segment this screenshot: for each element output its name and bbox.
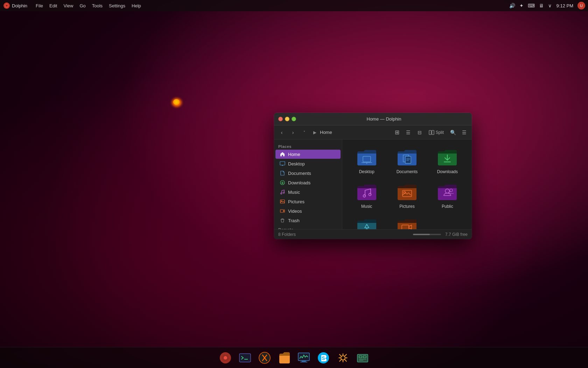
display-icon[interactable]: 🖥 xyxy=(538,2,545,9)
dolphin-window: Home — Dolphin ‹ › ˅ ▶ Home ⊞ ☰ ⊟ Split … xyxy=(274,113,472,239)
music-folder-label: Music xyxy=(361,204,372,209)
sidebar-item-documents[interactable]: Documents xyxy=(275,169,341,178)
documents-icon xyxy=(280,170,285,176)
sidebar-desktop-label: Desktop xyxy=(288,161,305,166)
menu-item-go[interactable]: Go xyxy=(77,2,88,10)
sidebar-trash-label: Trash xyxy=(288,218,300,223)
file-item-music[interactable]: Music xyxy=(348,180,385,212)
desktop-icon xyxy=(280,161,285,166)
sidebar-downloads-label: Downloads xyxy=(288,180,310,185)
bluetooth-icon[interactable]: ✦ xyxy=(519,2,524,9)
file-item-public[interactable]: Public xyxy=(429,180,466,212)
sidebar-videos-label: Videos xyxy=(288,209,302,214)
videos-folder-icon xyxy=(397,217,418,229)
search-button[interactable]: 🔍 xyxy=(448,128,458,137)
sidebar-item-trash[interactable]: Trash xyxy=(275,216,341,225)
list-view-button[interactable]: ☰ xyxy=(404,128,413,137)
split-label: Split xyxy=(436,130,444,135)
menu-item-tools[interactable]: Tools xyxy=(89,2,105,10)
back-button[interactable]: ‹ xyxy=(277,128,287,137)
menu-item-settings[interactable]: Settings xyxy=(106,2,128,10)
music-folder-icon xyxy=(356,183,377,202)
home-icon xyxy=(280,151,285,157)
menu-item-file[interactable]: File xyxy=(33,2,46,10)
taskbar-files[interactable] xyxy=(276,350,292,366)
breadcrumb-arrow: ▶ xyxy=(313,130,316,135)
compact-view-button[interactable]: ⊟ xyxy=(415,128,425,137)
taskbar-app3[interactable] xyxy=(257,350,272,366)
pictures-folder-icon xyxy=(397,183,418,202)
forward-button[interactable]: › xyxy=(288,128,298,137)
file-grid: Desktop Documents xyxy=(342,139,472,229)
svg-text:S: S xyxy=(322,355,325,361)
taskbar-app1[interactable] xyxy=(218,350,233,366)
free-space-bar xyxy=(413,234,441,235)
maximize-button[interactable] xyxy=(292,117,296,121)
folder-count: 8 Folders xyxy=(278,232,341,237)
nav-dropdown[interactable]: ˅ xyxy=(299,128,309,137)
taskbar-terminal[interactable] xyxy=(237,350,253,366)
music-icon xyxy=(280,189,285,195)
toolbar: ‹ › ˅ ▶ Home ⊞ ☰ ⊟ Split 🔍 ☰ xyxy=(274,125,472,139)
free-space-bar-fill xyxy=(413,234,430,235)
taskbar-skype[interactable]: S xyxy=(316,350,331,366)
downloads-folder-label: Downloads xyxy=(437,169,458,174)
window-controls xyxy=(278,117,296,121)
user-avatar[interactable]: U xyxy=(578,2,585,9)
file-item-downloads[interactable]: Downloads xyxy=(429,145,466,177)
window-title: Home — Dolphin xyxy=(300,116,468,122)
file-item-documents[interactable]: Documents xyxy=(388,145,426,177)
file-item-desktop[interactable]: Desktop xyxy=(348,145,385,177)
desktop-folder-icon xyxy=(356,148,377,167)
sidebar-item-pictures[interactable]: Pictures xyxy=(275,197,341,206)
sidebar-music-label: Music xyxy=(288,190,300,195)
menu-item-view[interactable]: View xyxy=(61,2,76,10)
volume-icon[interactable]: 🔊 xyxy=(509,2,516,9)
sidebar-documents-label: Documents xyxy=(288,171,311,176)
taskbar-settings[interactable] xyxy=(335,350,351,366)
svg-rect-25 xyxy=(405,156,411,163)
menu-item-edit[interactable]: Edit xyxy=(47,2,60,10)
documents-folder-label: Documents xyxy=(397,169,418,174)
menu-bar: FileEditViewGoToolsSettingsHelp xyxy=(33,2,144,10)
hamburger-menu[interactable]: ☰ xyxy=(459,128,469,137)
sidebar-item-videos[interactable]: Videos xyxy=(275,206,341,216)
svg-point-1 xyxy=(6,5,8,7)
chevron-icon[interactable]: ∨ xyxy=(547,2,552,9)
public-folder-label: Public xyxy=(442,204,453,209)
videos-icon xyxy=(280,208,285,214)
menu-item-help[interactable]: Help xyxy=(129,2,144,10)
kbd-icon[interactable]: ⌨ xyxy=(527,2,536,9)
svg-rect-44 xyxy=(302,361,306,362)
app-name-label: Dolphin xyxy=(12,3,27,8)
trash-icon xyxy=(280,218,285,223)
pictures-folder-label: Pictures xyxy=(399,204,414,209)
close-button[interactable] xyxy=(278,117,283,121)
svg-point-39 xyxy=(224,356,227,360)
sidebar-item-music[interactable]: Music xyxy=(275,188,341,197)
icon-view-button[interactable]: ⊞ xyxy=(392,128,402,137)
sidebar-item-home[interactable]: Home xyxy=(275,150,341,159)
sidebar-item-desktop[interactable]: Desktop xyxy=(275,159,341,168)
app-icon xyxy=(3,2,10,9)
title-bar: Home — Dolphin xyxy=(274,113,472,125)
taskbar-app8[interactable] xyxy=(355,350,370,366)
file-item-templates[interactable]: Templates xyxy=(348,214,385,229)
top-panel: Dolphin FileEditViewGoToolsSettingsHelp … xyxy=(0,0,588,11)
panel-right: 🔊 ✦ ⌨ 🖥 ∨ 9:12 PM U xyxy=(509,2,585,9)
file-item-videos[interactable]: Videos xyxy=(388,214,426,229)
file-item-pictures[interactable]: Pictures xyxy=(388,180,426,212)
minimize-button[interactable] xyxy=(285,117,289,121)
sidebar-item-downloads[interactable]: Downloads xyxy=(275,178,341,187)
taskbar-monitor[interactable] xyxy=(296,350,312,366)
svg-rect-3 xyxy=(432,130,434,135)
breadcrumb-home[interactable]: Home xyxy=(318,129,334,136)
svg-rect-12 xyxy=(280,210,284,212)
pictures-icon xyxy=(280,199,285,204)
templates-folder-icon xyxy=(356,217,377,229)
free-space-label: 7.7 GiB free xyxy=(445,232,468,237)
main-content: Places Home Desktop xyxy=(274,139,472,229)
downloads-folder-icon xyxy=(437,148,458,167)
sidebar-home-label: Home xyxy=(288,152,300,157)
split-button[interactable]: Split xyxy=(426,128,447,137)
